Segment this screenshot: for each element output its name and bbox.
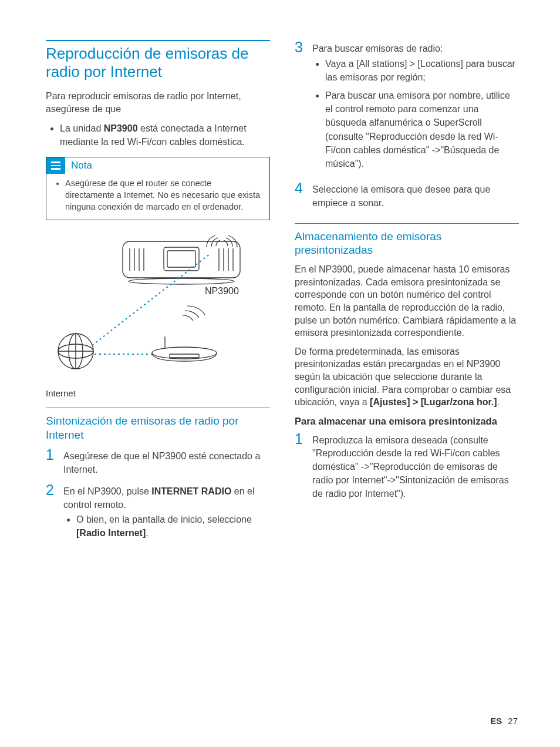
page-footer: ES27	[490, 716, 518, 726]
columns: Reproducción de emisoras de radio por In…	[46, 40, 519, 551]
requirement-list: La unidad NP3900 está conectada a Intern…	[46, 122, 270, 149]
sub-heading: Sintonización de emisoras de radio por I…	[46, 414, 270, 442]
diagram-caption: Internet	[46, 388, 270, 398]
step-number: 1	[46, 447, 56, 476]
key-label: INTERNET RADIO	[151, 486, 231, 496]
footer-lang: ES	[490, 716, 502, 726]
text: En el NP3900, pulse	[63, 486, 151, 496]
step-number: 1	[295, 432, 305, 501]
diagram-device-label: NP3900	[205, 286, 239, 296]
right-column: 3 Para buscar emisoras de radio: Vaya a …	[295, 40, 519, 551]
step-text: Reproduzca la emisora deseada (consulte …	[312, 432, 519, 501]
note-icon	[46, 157, 65, 174]
list-item: Vaya a [All stations] > [Locations] para…	[325, 57, 519, 84]
text: Vaya a	[325, 59, 356, 69]
list-item: Para buscar una emisora por nombre, util…	[325, 89, 519, 170]
product-name: NP3900	[104, 123, 138, 133]
list-item: O bien, en la pantalla de inicio, selecc…	[76, 513, 270, 540]
sub-rule	[295, 223, 519, 224]
connection-diagram: NP3900 Internet	[46, 231, 270, 398]
procedure-heading: Para almacenar una emisora presintonizad…	[295, 416, 519, 427]
note-label: Nota	[71, 160, 92, 171]
svg-line-20	[92, 254, 210, 345]
step-2: 2 En el NP3900, pulse INTERNET RADIO en …	[46, 483, 270, 545]
note-body: Asegúrese de que el router se conecte di…	[46, 174, 269, 220]
text: La unidad	[60, 123, 104, 133]
intro-paragraph: Para reproducir emisoras de radio por In…	[46, 90, 270, 115]
step-sub-list: O bien, en la pantalla de inicio, selecc…	[63, 513, 270, 540]
step-number: 2	[46, 483, 56, 545]
paragraph: En el NP3900, puede almacenar hasta 10 e…	[295, 263, 519, 339]
svg-rect-0	[123, 241, 240, 278]
step-4: 4 Seleccione la emisora que desee para q…	[295, 181, 519, 210]
sub-heading: Almacenamiento de emisoras presintonizad…	[295, 230, 519, 258]
step-3: 3 Para buscar emisoras de radio: Vaya a …	[295, 40, 519, 175]
menu-path: [Radio Internet]	[76, 528, 146, 538]
note-item: Asegúrese de que el router se conecte di…	[65, 177, 261, 213]
sub-rule	[46, 408, 270, 408]
step-text: Para buscar emisoras de radio: Vaya a [A…	[312, 40, 519, 175]
step-number: 3	[295, 40, 305, 175]
heading-rule	[46, 40, 270, 41]
page: Reproducción de emisoras de radio por In…	[0, 0, 560, 747]
svg-rect-14	[170, 354, 199, 358]
note-box: Nota Asegúrese de que el router se conec…	[46, 157, 270, 220]
section-heading: Reproducción de emisoras de radio por In…	[46, 45, 270, 80]
text: .	[146, 528, 148, 538]
step-text: Seleccione la emisora que desee para que…	[312, 181, 519, 210]
footer-page: 27	[508, 716, 518, 726]
step-number: 4	[295, 181, 305, 210]
svg-rect-2	[167, 251, 195, 267]
menu-path: [All stations] > [Locations]	[356, 59, 463, 69]
step-1: 1 Asegúrese de que el NP3900 esté conect…	[46, 447, 270, 476]
step-sub-list: Vaya a [All stations] > [Locations] para…	[312, 57, 519, 171]
left-column: Reproducción de emisoras de radio por In…	[46, 40, 270, 551]
paragraph: De forma predeterminada, las emisoras pr…	[295, 345, 519, 409]
diagram-svg: NP3900	[52, 231, 264, 383]
text: Para buscar emisoras de radio:	[312, 43, 443, 53]
svg-point-13	[152, 347, 217, 359]
preset-step-1: 1 Reproduzca la emisora deseada (consult…	[295, 432, 519, 501]
step-text: En el NP3900, pulse INTERNET RADIO en el…	[63, 483, 270, 545]
svg-point-11	[129, 278, 234, 284]
list-item: La unidad NP3900 está conectada a Intern…	[60, 122, 270, 149]
menu-path: [Ajustes] > [Lugar/zona hor.]	[370, 397, 497, 407]
note-header: Nota	[46, 157, 269, 174]
text: O bien, en la pantalla de inicio, selecc…	[76, 514, 252, 524]
step-text: Asegúrese de que el NP3900 esté conectad…	[63, 447, 270, 476]
text: .	[497, 397, 500, 407]
